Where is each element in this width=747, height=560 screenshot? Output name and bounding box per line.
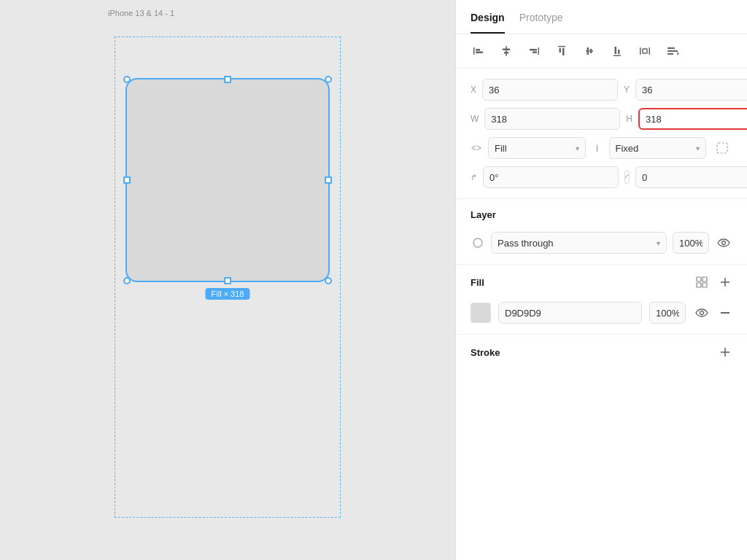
xy-row: X Y xyxy=(471,79,732,101)
selected-element[interactable]: Fill × 318 xyxy=(125,78,330,282)
stroke-section-header: Stroke xyxy=(456,335,747,367)
phone-frame: Fill × 318 xyxy=(115,36,341,518)
handle-top-mid[interactable] xyxy=(224,76,231,83)
more-align-button[interactable] xyxy=(665,43,681,59)
fill-row xyxy=(456,298,747,335)
layer-section-header: Layer xyxy=(456,199,747,228)
tab-design[interactable]: Design xyxy=(471,12,505,34)
svg-rect-36 xyxy=(697,283,701,287)
handle-right-mid[interactable] xyxy=(325,176,332,184)
layer-row: Pass through ▾ xyxy=(456,228,747,265)
align-top-button[interactable] xyxy=(554,43,570,59)
align-center-vertical-button[interactable] xyxy=(498,43,514,59)
blend-mode-select[interactable]: Pass through ▾ xyxy=(491,232,667,254)
text-align-icon: I xyxy=(592,143,603,154)
svg-point-40 xyxy=(700,311,704,315)
svg-rect-23 xyxy=(667,53,673,55)
blend-mode-label: Pass through xyxy=(498,238,554,249)
handle-bottom-right[interactable] xyxy=(325,277,332,284)
fill-section: Fill xyxy=(456,265,747,335)
handle-left-mid[interactable] xyxy=(123,176,131,184)
frame-label: iPhone 13 & 14 - 1 xyxy=(108,9,174,18)
h-label: H xyxy=(626,114,632,124)
fill-opacity-input[interactable] xyxy=(649,302,686,324)
y-input[interactable] xyxy=(635,79,747,101)
handle-bottom-left[interactable] xyxy=(123,277,131,284)
svg-rect-1 xyxy=(476,49,480,51)
wh-row: W H xyxy=(471,108,732,130)
svg-rect-35 xyxy=(703,277,707,281)
clip-content-icon[interactable] xyxy=(712,138,732,158)
stroke-add-button[interactable] xyxy=(718,345,732,359)
align-right-button[interactable] xyxy=(526,43,542,59)
handle-top-left[interactable] xyxy=(123,76,131,83)
h-input[interactable] xyxy=(638,108,747,130)
position-size-section: X Y W H xyxy=(456,69,747,199)
angle-icon: ↱ xyxy=(471,173,477,182)
svg-rect-16 xyxy=(615,47,617,54)
fill-fixed-row: <> Fill ▾ I Fixed ▾ xyxy=(471,137,732,159)
align-toolbar xyxy=(456,34,747,69)
x-input[interactable] xyxy=(482,79,618,101)
svg-rect-18 xyxy=(640,47,641,55)
svg-rect-5 xyxy=(504,52,508,54)
canvas-area: iPhone 13 & 14 - 1 Fill × 318 xyxy=(0,0,455,560)
blend-circle-icon xyxy=(471,236,485,250)
svg-rect-19 xyxy=(649,47,651,55)
stroke-section: Stroke xyxy=(456,335,747,367)
svg-rect-34 xyxy=(697,277,701,281)
align-center-horizontal-button[interactable] xyxy=(581,43,597,59)
fill-header-actions xyxy=(694,275,732,289)
tab-prototype[interactable]: Prototype xyxy=(519,12,563,34)
svg-rect-11 xyxy=(562,48,565,55)
angle-input[interactable] xyxy=(483,166,619,188)
fill-chevron-icon: ▾ xyxy=(576,144,579,152)
fill-color-swatch[interactable] xyxy=(471,303,491,323)
fill-section-header: Fill xyxy=(456,265,747,298)
y-label: Y xyxy=(624,85,630,95)
h-constraint-chevron-icon: ▾ xyxy=(696,144,700,152)
svg-rect-9 xyxy=(558,46,565,47)
svg-rect-21 xyxy=(667,47,675,49)
svg-rect-29 xyxy=(717,143,727,153)
fill-remove-button[interactable] xyxy=(718,306,732,320)
svg-rect-0 xyxy=(473,47,475,55)
fill-hex-input[interactable] xyxy=(498,302,642,324)
corner-input[interactable] xyxy=(635,166,747,188)
blend-chevron-icon: ▾ xyxy=(657,239,660,247)
svg-rect-8 xyxy=(533,52,537,54)
fill-mode-select[interactable]: Fill ▾ xyxy=(488,137,586,159)
svg-rect-37 xyxy=(703,283,707,287)
fill-add-button[interactable] xyxy=(718,275,732,289)
handle-bottom-mid[interactable] xyxy=(224,277,231,284)
corner-icon: ◜ xyxy=(624,171,630,184)
fill-grid-icon[interactable] xyxy=(694,275,709,289)
distribute-button[interactable] xyxy=(637,43,653,59)
layer-opacity-input[interactable] xyxy=(673,232,709,254)
svg-rect-2 xyxy=(476,52,483,54)
svg-point-32 xyxy=(473,238,482,247)
w-label: W xyxy=(471,114,479,124)
fill-code-icon: <> xyxy=(471,143,482,153)
w-input[interactable] xyxy=(484,108,620,130)
svg-rect-17 xyxy=(618,50,620,54)
svg-rect-22 xyxy=(667,50,678,52)
tab-bar: Design Prototype xyxy=(456,0,747,34)
align-left-button[interactable] xyxy=(471,43,487,59)
visibility-toggle[interactable] xyxy=(715,234,732,252)
h-constraint-select[interactable]: Fixed ▾ xyxy=(609,137,707,159)
x-label: X xyxy=(471,85,476,95)
fill-mode-label: Fill xyxy=(495,143,507,154)
svg-rect-3 xyxy=(506,46,507,56)
svg-rect-7 xyxy=(530,49,537,51)
svg-point-33 xyxy=(722,241,726,245)
align-bottom-button[interactable] xyxy=(609,43,625,59)
svg-rect-4 xyxy=(503,49,510,51)
svg-rect-6 xyxy=(538,47,540,55)
angle-corner-row: ↱ ◜ xyxy=(471,166,732,188)
svg-rect-10 xyxy=(560,48,562,52)
fill-visibility-toggle[interactable] xyxy=(693,304,711,322)
handle-top-right[interactable] xyxy=(325,76,332,83)
fill-label: Fill xyxy=(471,277,694,288)
size-label: Fill × 318 xyxy=(206,288,250,300)
